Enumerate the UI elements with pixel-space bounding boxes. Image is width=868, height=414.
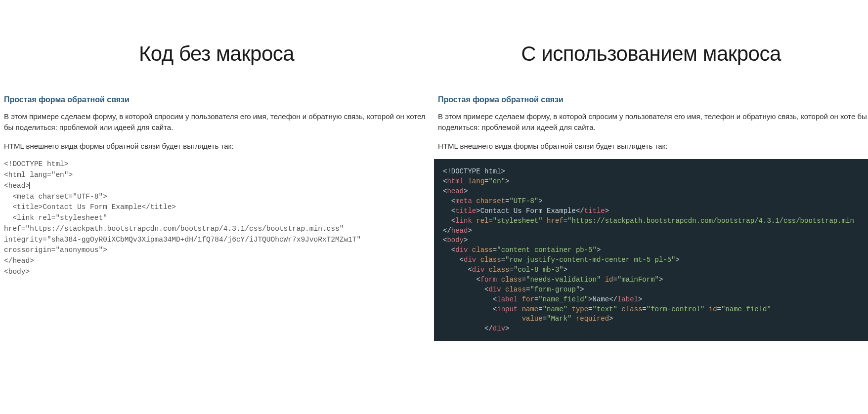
code-token: body [447, 236, 464, 244]
code-line: <body> [4, 268, 30, 276]
code-token: type [572, 305, 589, 313]
code-token: href [547, 217, 564, 225]
left-column: Код без макроса Простая форма обратной с… [0, 0, 434, 414]
code-token: div [464, 256, 476, 264]
code-token: name [522, 305, 539, 313]
code-token: "name_field" [538, 295, 588, 303]
code-token: "row justify-content-md-center mt-5 pl-5… [505, 256, 675, 264]
code-token: charset [476, 197, 505, 205]
right-code-block: <!DOCTYPE html> <html lang="en"> <head> … [434, 159, 868, 341]
code-line: <head> [4, 182, 30, 190]
code-token: "UTF-8" [509, 197, 538, 205]
code-token: <!DOCTYPE html> [443, 167, 505, 175]
code-token: value [522, 315, 543, 323]
code-token: lang [468, 177, 484, 185]
code-token: "Mark" [547, 315, 571, 323]
code-token: title [584, 207, 605, 215]
code-token: form [480, 276, 497, 284]
code-line: </head> [4, 257, 34, 265]
code-token: label [617, 295, 638, 303]
code-token: class [472, 246, 493, 254]
code-token: class [501, 276, 522, 284]
code-token: "form-control" [647, 305, 705, 313]
code-line: <title>Contact Us Form Example</title> [4, 203, 176, 211]
code-token: head [451, 227, 468, 235]
code-token: title [455, 207, 476, 215]
code-token: id [605, 276, 613, 284]
code-token: meta [455, 197, 472, 205]
left-paragraph-2: HTML внешнего вида формы обратной связи … [4, 141, 429, 152]
code-line: crossorigin="anonymous"> [4, 246, 107, 254]
code-token: id [709, 305, 717, 313]
code-token: label [497, 295, 518, 303]
code-token: Contact Us Form Example [480, 207, 576, 215]
left-section-title: Простая форма обратной связи [4, 95, 429, 104]
left-big-title: Код без макроса [4, 42, 429, 66]
code-token: div [455, 246, 468, 254]
code-token: rel [476, 217, 488, 225]
code-token: "https://stackpath.bootstrapcdn.com/boot… [567, 217, 854, 225]
code-token: class [488, 266, 509, 274]
code-line: <link rel="stylesheet" [4, 214, 107, 222]
right-paragraph-2: HTML внешнего вида формы обратной связи … [438, 141, 868, 152]
right-column: С использованием макроса Простая форма о… [434, 0, 868, 414]
text-cursor [29, 182, 30, 189]
code-token: "col-8 mb-3" [514, 266, 564, 274]
code-token: html [447, 177, 464, 185]
left-paragraph-1: В этом примере сделаем форму, в которой … [4, 111, 429, 133]
code-token: div [472, 266, 484, 274]
code-token: "needs-validation" [526, 276, 601, 284]
code-token: link [455, 217, 472, 225]
code-token: div [493, 325, 505, 332]
code-token: Name [593, 295, 609, 303]
code-token: div [488, 286, 501, 293]
left-code-block: <!DOCTYPE html> <html lang="en"> <head> … [4, 159, 429, 277]
code-token: "text" [593, 305, 617, 313]
right-big-title: С использованием макроса [434, 42, 868, 66]
code-line: <!DOCTYPE html> [4, 160, 69, 168]
code-token: "form-group" [530, 286, 580, 293]
code-token: "stylesheet" [493, 217, 543, 225]
code-line: <html lang="en"> [4, 171, 73, 179]
code-token: class [621, 305, 642, 313]
code-token: "name" [543, 305, 567, 313]
comparison-container: Код без макроса Простая форма обратной с… [0, 0, 868, 414]
right-section-title: Простая форма обратной связи [438, 95, 868, 104]
code-token: "en" [488, 177, 505, 185]
code-token: head [447, 187, 464, 195]
code-token: for [522, 295, 534, 303]
right-paragraph-1: В этом примере сделаем форму, в которой … [438, 111, 868, 133]
code-line: <meta charset="UTF-8"> [4, 193, 107, 201]
code-token: "mainForm" [617, 276, 659, 284]
code-line: integrity="sha384-ggOyR0iXCbMQv3Xipma34M… [4, 236, 361, 244]
code-line: href="https://stackpath.bootstrapcdn.com… [4, 225, 344, 233]
code-token: required [576, 315, 609, 323]
code-token: class [480, 256, 501, 264]
code-token: input [497, 305, 518, 313]
code-token: "name_field" [721, 305, 771, 313]
code-token: class [505, 286, 526, 293]
code-token: "content container pb-5" [497, 246, 597, 254]
